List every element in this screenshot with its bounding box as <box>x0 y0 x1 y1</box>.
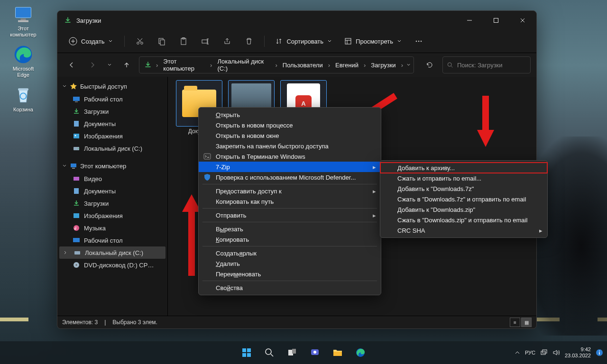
menu-item-compress-zip-email[interactable]: Сжать в "Downloads.zip" и отправить по e… <box>380 215 547 225</box>
menu-item-shortcut[interactable]: Создать ярлык <box>199 248 381 258</box>
new-button[interactable]: Создать <box>63 33 119 49</box>
chevron-down-icon <box>327 39 332 44</box>
close-button[interactable] <box>512 13 533 28</box>
chevron-up-icon <box>515 350 520 355</box>
copy-button[interactable] <box>152 33 171 50</box>
rename-button[interactable] <box>196 33 215 50</box>
menu-item-terminal[interactable]: Открыть в Терминале Windows <box>199 151 381 162</box>
sidebar-item-documents[interactable]: Документы <box>59 118 166 130</box>
explorer-button[interactable] <box>328 343 347 362</box>
downloads-icon <box>73 200 80 207</box>
sidebar-item-dvd[interactable]: DVD-дисковод (D:) CPBA_X8 <box>59 259 166 271</box>
downloads-icon <box>73 108 80 115</box>
menu-item-properties[interactable]: Свойства <box>199 282 381 293</box>
svg-point-18 <box>421 41 422 42</box>
desktop-icons: Этоткомпьютер MicrosoftEdge Корзина <box>4 2 43 114</box>
sidebar-item-music[interactable]: Музыка <box>59 222 166 234</box>
address-bar[interactable]: › Этот компьютер› Локальный диск (C:)› П… <box>139 56 414 73</box>
menu-item-copy[interactable]: Копировать <box>199 234 381 245</box>
svg-rect-40 <box>242 353 246 357</box>
taskbar: РУС 9:42 23.03.2022 <box>0 341 607 364</box>
status-selected: Выбрано 3 элем. <box>112 319 157 326</box>
menu-item-pin-quick[interactable]: Закрепить на панели быстрого доступа <box>199 141 381 151</box>
svg-point-19 <box>448 63 451 66</box>
menu-item-open[interactable]: Открыть <box>199 109 381 120</box>
svg-rect-22 <box>74 121 79 127</box>
svg-rect-1 <box>21 18 26 20</box>
refresh-button[interactable] <box>421 56 439 73</box>
view-list-button[interactable]: ≡ <box>510 318 520 327</box>
titlebar[interactable]: Загрузки <box>57 11 536 30</box>
sidebar-group-pc[interactable]: Этот компьютер <box>59 159 166 173</box>
view-button[interactable]: Просмотреть <box>340 33 406 49</box>
sidebar-item-desktop[interactable]: Рабочий стол <box>59 234 166 246</box>
menu-item-7zip[interactable]: 7-Zip▸ <box>199 162 381 172</box>
menu-item-open-process[interactable]: Открыть в новом процессе <box>199 120 381 130</box>
sidebar-group-quick[interactable]: Быстрый доступ <box>59 80 166 93</box>
sidebar-item-downloads[interactable]: Загрузки <box>59 105 166 118</box>
volume-icon <box>552 349 560 356</box>
chat-button[interactable] <box>305 343 324 362</box>
search-button[interactable] <box>260 343 279 362</box>
breadcrumb-segment[interactable]: Евгений <box>332 57 361 73</box>
more-button[interactable] <box>409 33 428 50</box>
sidebar-item-pictures[interactable]: Изображения <box>59 209 166 222</box>
tray-clock[interactable]: 9:42 23.03.2022 <box>565 346 591 358</box>
svg-point-16 <box>416 41 417 42</box>
task-view-button[interactable] <box>283 343 302 362</box>
desktop-icon-edge[interactable]: MicrosoftEdge <box>4 42 43 80</box>
tray-language[interactable]: РУС <box>525 350 535 355</box>
menu-item-rename[interactable]: Переименовать <box>199 269 381 279</box>
sidebar-item-desktop[interactable]: Рабочий стол <box>59 93 166 105</box>
recent-button[interactable] <box>105 57 114 73</box>
tray-volume[interactable] <box>552 349 560 356</box>
sidebar-item-video[interactable]: Видео <box>59 173 166 185</box>
tray-chevron[interactable] <box>515 350 520 355</box>
tray-network[interactable] <box>540 349 548 356</box>
menu-item-compress-email[interactable]: Сжать и отправить по email... <box>380 173 547 183</box>
menu-item-delete[interactable]: Удалить <box>199 258 381 269</box>
breadcrumb-segment[interactable]: Загрузки <box>368 57 398 73</box>
sidebar-item-disk-c[interactable]: Локальный диск (C:) <box>59 246 166 259</box>
breadcrumb-segment[interactable]: Этот компьютер <box>160 57 208 73</box>
sidebar-item-pictures[interactable]: Изображения <box>59 130 166 142</box>
breadcrumb-segment[interactable]: Пользователи <box>280 57 326 73</box>
menu-item-share-access[interactable]: Предоставить доступ к▸ <box>199 186 381 196</box>
rename-icon <box>201 37 210 46</box>
delete-button[interactable] <box>239 33 258 50</box>
menu-item-add-zip[interactable]: Добавить к "Downloads.zip" <box>380 204 547 215</box>
sidebar: Быстрый доступ Рабочий стол Загрузки Док… <box>57 77 168 316</box>
menu-item-add-archive[interactable]: Добавить к архиву... <box>380 163 547 173</box>
menu-item-cut[interactable]: Вырезать <box>199 224 381 234</box>
forward-button[interactable] <box>84 57 101 73</box>
share-button[interactable] <box>218 33 237 50</box>
chevron-right-icon: ▸ <box>373 212 376 219</box>
paste-button[interactable] <box>174 33 193 50</box>
minimize-button[interactable] <box>459 13 480 28</box>
navigation-row: › Этот компьютер› Локальный диск (C:)› П… <box>57 53 536 77</box>
menu-item-add-7z[interactable]: Добавить к "Downloads.7z" <box>380 183 547 194</box>
cut-button[interactable] <box>130 33 149 50</box>
tray-notifications[interactable] <box>596 349 603 356</box>
search-input[interactable]: Поиск: Загрузки <box>442 56 531 73</box>
desktop-icon-recycle[interactable]: Корзина <box>4 83 43 115</box>
desktop-icon-this-pc[interactable]: Этоткомпьютер <box>4 2 43 39</box>
menu-item-crc-sha[interactable]: CRC SHA▸ <box>380 225 547 236</box>
up-button[interactable] <box>118 57 135 73</box>
menu-item-defender[interactable]: Проверка с использованием Microsoft Defe… <box>199 172 381 182</box>
back-button[interactable] <box>63 57 80 73</box>
start-button[interactable] <box>237 343 256 362</box>
svg-rect-21 <box>75 101 78 102</box>
breadcrumb-segment[interactable]: Локальный диск (C:) <box>214 57 273 73</box>
sidebar-item-disk-c[interactable]: Локальный диск (C:) <box>59 142 166 155</box>
menu-item-send-to[interactable]: Отправить▸ <box>199 210 381 220</box>
menu-item-compress-7z-email[interactable]: Сжать в "Downloads.7z" и отправить по em… <box>380 194 547 204</box>
maximize-button[interactable] <box>485 13 507 28</box>
edge-button[interactable] <box>351 343 370 362</box>
menu-item-copy-path[interactable]: Копировать как путь <box>199 196 381 207</box>
sidebar-item-downloads[interactable]: Загрузки <box>59 197 166 209</box>
sidebar-item-documents[interactable]: Документы <box>59 185 166 197</box>
sort-button[interactable]: Сортировать <box>270 33 337 49</box>
view-grid-button[interactable]: ▦ <box>521 318 532 327</box>
menu-item-open-window[interactable]: Открыть в новом окне <box>199 130 381 141</box>
